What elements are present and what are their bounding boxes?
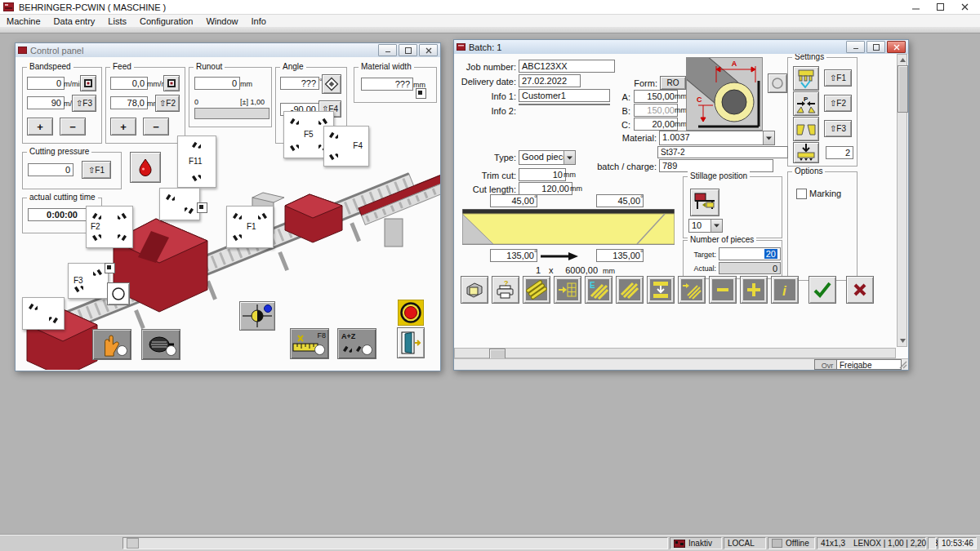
- cp-close-button[interactable]: [419, 44, 438, 56]
- machine-toggle[interactable]: [197, 202, 207, 213]
- angle-bottom-right-field[interactable]: 135,00: [596, 249, 644, 262]
- batch-minimize-button[interactable]: [846, 41, 865, 53]
- resize-grip-icon[interactable]: [899, 361, 907, 369]
- batch-vertical-scrollbar[interactable]: [897, 54, 907, 347]
- stillage-button[interactable]: [690, 189, 719, 216]
- menu-info[interactable]: Info: [245, 16, 273, 26]
- menu-lists[interactable]: Lists: [101, 16, 133, 26]
- feed-down-setting-button[interactable]: [793, 142, 819, 163]
- type-dropdown[interactable]: Good piece: [519, 150, 576, 165]
- batch-horizontal-scrollbar[interactable]: [454, 348, 896, 358]
- dim-c-field[interactable]: 20,00: [634, 118, 678, 131]
- machine-toggle[interactable]: [105, 263, 115, 273]
- bandspeed-setpoint-button[interactable]: [80, 75, 96, 91]
- ok-button[interactable]: [808, 276, 836, 304]
- clamp-panel-f4[interactable]: F4: [323, 126, 369, 167]
- insert-row-button[interactable]: [554, 276, 581, 304]
- menu-configuration[interactable]: Configuration: [133, 16, 199, 26]
- measure-f8-button[interactable]: F8: [290, 328, 329, 359]
- joystick-button[interactable]: [239, 301, 275, 331]
- add-button[interactable]: [740, 276, 768, 304]
- settings-fkey2-button[interactable]: ⇧F2: [824, 95, 852, 112]
- angle-top-right-field[interactable]: 45,00: [596, 194, 644, 207]
- exit-door-button[interactable]: [397, 327, 425, 358]
- coolant-button[interactable]: [130, 152, 161, 183]
- layers-field[interactable]: 2: [826, 146, 853, 159]
- cancel-button[interactable]: [846, 276, 874, 304]
- angle-top-left-field[interactable]: 45,00: [490, 194, 537, 207]
- feed-set-field[interactable]: 78,0: [110, 96, 148, 109]
- machine-toggle[interactable]: [416, 88, 426, 99]
- runout-field[interactable]: 0: [194, 77, 240, 90]
- bandspeed-actual-field[interactable]: 0: [27, 77, 65, 90]
- cutting-pressure-fkey-button[interactable]: ⇧F1: [82, 161, 111, 179]
- info1-field[interactable]: Customer1: [519, 89, 610, 102]
- target-field[interactable]: 20: [719, 247, 781, 260]
- form-ro-button[interactable]: RO: [660, 76, 686, 90]
- width-insert-button[interactable]: [647, 276, 675, 304]
- stillage-dropdown[interactable]: 10: [688, 219, 723, 233]
- batch-titlebar[interactable]: Batch: 1: [454, 40, 908, 55]
- emergency-stop-button[interactable]: [398, 300, 424, 326]
- marking-checkbox[interactable]: [796, 189, 807, 199]
- trim-cut-field[interactable]: 10: [519, 168, 566, 181]
- settings-fkey3-button[interactable]: ⇧F3: [824, 120, 852, 137]
- delivery-date-field[interactable]: 27.02.2022: [519, 74, 581, 87]
- feed-actual-field[interactable]: 0,0: [110, 77, 148, 90]
- bandspeed-fkey-button[interactable]: ⇧F3: [72, 95, 96, 112]
- remove-button[interactable]: [709, 276, 737, 304]
- az-clamps-button[interactable]: A+Z: [337, 328, 376, 359]
- clamp-panel-f11[interactable]: F11: [177, 136, 216, 188]
- dim-b-field[interactable]: 150,00: [634, 104, 678, 117]
- app-minimize-button[interactable]: [903, 0, 928, 14]
- scroll-down-icon[interactable]: [899, 338, 906, 344]
- print-button[interactable]: ?: [492, 276, 519, 304]
- control-panel-titlebar[interactable]: Control panel: [16, 43, 440, 58]
- feed-plus-button[interactable]: +: [110, 118, 136, 136]
- bandspeed-set-field[interactable]: 90: [27, 96, 65, 109]
- cutting-pressure-field[interactable]: 0: [28, 163, 74, 176]
- feed-minus-button[interactable]: −: [143, 118, 169, 136]
- clamp-panel-f3[interactable]: F3: [68, 263, 109, 299]
- material-dropdown[interactable]: 1.0037: [659, 131, 775, 145]
- chevron-down-icon[interactable]: [763, 131, 774, 144]
- job-number-field[interactable]: ABC123XX: [519, 60, 615, 73]
- material-width-field[interactable]: ???: [361, 78, 413, 91]
- angle-actual-field[interactable]: ???: [280, 77, 319, 90]
- coolant-setting-button[interactable]: [793, 66, 819, 91]
- edit-cut-button[interactable]: E: [585, 276, 612, 304]
- scroll-up-icon[interactable]: [899, 57, 906, 63]
- menu-window[interactable]: Window: [199, 16, 244, 26]
- angle-bottom-left-field[interactable]: 135,00: [490, 249, 537, 262]
- batch-maximize-button[interactable]: [866, 41, 885, 53]
- angle-reference-button[interactable]: [322, 74, 341, 94]
- menu-data-entry[interactable]: Data entry: [47, 16, 102, 26]
- feed-fkey-button[interactable]: ⇧F2: [155, 95, 180, 112]
- info2-field[interactable]: [519, 104, 610, 105]
- clamp-panel-f1[interactable]: F1: [226, 206, 274, 248]
- dim-a-field[interactable]: 150,00: [634, 90, 678, 103]
- charge-field[interactable]: 789: [659, 159, 773, 172]
- band-wheel-button[interactable]: [141, 329, 180, 360]
- positioning-setting-button[interactable]: P: [793, 91, 819, 116]
- menu-machine[interactable]: Machine: [0, 16, 47, 26]
- hand-mode-button[interactable]: [92, 329, 131, 360]
- scrollbar-thumb[interactable]: [898, 65, 908, 113]
- app-close-button[interactable]: [952, 0, 977, 14]
- cp-maximize-button[interactable]: [399, 44, 417, 56]
- form-preview-button[interactable]: [768, 73, 787, 93]
- feed-setpoint-button[interactable]: [163, 75, 180, 91]
- app-maximize-button[interactable]: [928, 0, 952, 14]
- cp-minimize-button[interactable]: [378, 44, 397, 56]
- reference-circle-button[interactable]: [107, 282, 130, 305]
- info-button[interactable]: i: [771, 276, 799, 304]
- cut-length-field[interactable]: 120,00: [519, 182, 572, 195]
- vise-setting-button[interactable]: [793, 117, 819, 141]
- clamp-panel-aux2[interactable]: [22, 297, 65, 330]
- material-button[interactable]: [523, 276, 550, 304]
- clamp-panel-f2[interactable]: F2: [86, 206, 133, 248]
- chevron-down-icon[interactable]: [710, 220, 722, 232]
- append-cut-button[interactable]: [678, 276, 706, 304]
- hatch-button[interactable]: [616, 276, 644, 304]
- bandspeed-plus-button[interactable]: +: [27, 118, 53, 136]
